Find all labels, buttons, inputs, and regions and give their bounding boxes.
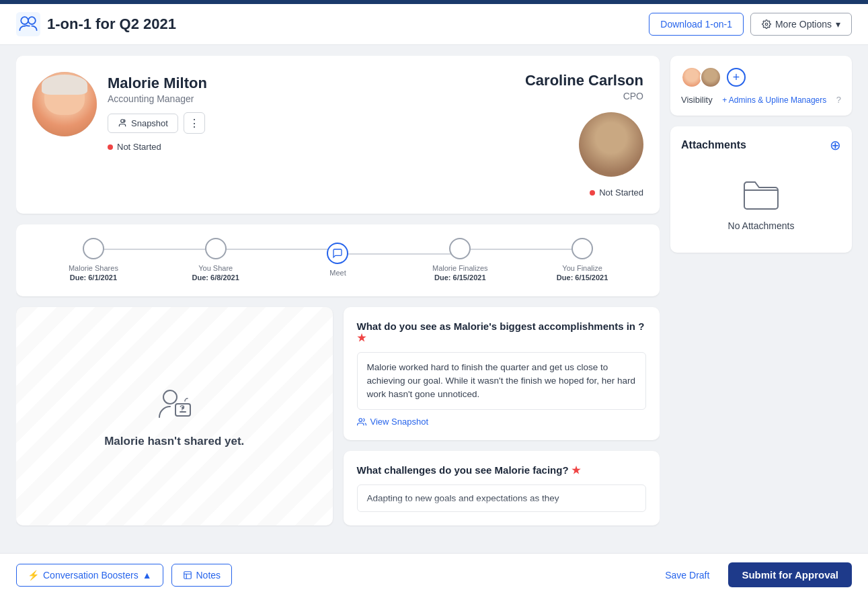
conversation-boosters-button[interactable]: ⚡ Conversation Boosters ▲ <box>16 564 163 587</box>
snapshot-link-icon <box>357 417 366 427</box>
profile-right: Caroline Carlson CPO Not Started <box>525 72 643 198</box>
header-left: 1-on-1 for Q2 2021 <box>16 12 176 36</box>
manager-name: Caroline Carlson <box>525 72 643 89</box>
chat-icon <box>332 248 343 259</box>
not-shared-text: Malorie hasn't shared yet. <box>104 435 244 448</box>
attachments-header: Attachments ⊕ <box>681 137 841 153</box>
timeline-step-2: You ShareDue: 6/8/2021 <box>155 238 277 283</box>
timeline-line-4 <box>460 249 582 250</box>
content-row: ? Malorie hasn't shared yet. What do you… <box>16 307 660 526</box>
not-shared-card: ? Malorie hasn't shared yet. <box>16 307 333 526</box>
timeline-label-5: You FinalizeDue: 6/15/2021 <box>557 263 608 283</box>
question-label-1: What do you see as Malorie's biggest acc… <box>357 321 647 344</box>
svg-rect-10 <box>184 571 191 579</box>
manager-role: CPO <box>525 91 643 101</box>
employee-status: Not Started <box>108 142 207 152</box>
manager-avatar <box>579 112 643 177</box>
bottom-bar: ⚡ Conversation Boosters ▲ Notes Save Dra… <box>0 553 868 596</box>
timeline-step-5: You FinalizeDue: 6/15/2021 <box>521 238 643 283</box>
snapshot-icon <box>118 118 127 128</box>
timeline-circle-4 <box>449 238 471 259</box>
timeline-step-3: Meet <box>277 243 399 278</box>
manager-status-text: Not Started <box>599 187 643 198</box>
employee-actions: Snapshot ⋮ <box>108 112 207 134</box>
visibility-card: + Visibility + Admins & Upline Managers … <box>670 56 852 116</box>
attachments-add-button[interactable]: ⊕ <box>830 137 841 153</box>
attachments-card: Attachments ⊕ No Attachments <box>670 126 852 253</box>
manager-status-dot <box>590 190 595 196</box>
timeline-label-4: Malorie FinalizesDue: 6/15/2021 <box>432 263 488 283</box>
conversation-boosters-label: Conversation Boosters <box>43 570 139 581</box>
timeline-step-4: Malorie FinalizesDue: 6/15/2021 <box>399 238 521 283</box>
add-visibility-button[interactable]: + <box>727 68 746 87</box>
visibility-avatar-2 <box>700 67 721 88</box>
bottom-left: ⚡ Conversation Boosters ▲ Notes <box>16 564 232 587</box>
timeline-line-2 <box>216 249 338 250</box>
timeline-line-3 <box>338 253 460 255</box>
left-panel: Malorie Milton Accounting Manager Snapsh… <box>16 56 660 527</box>
chevron-down-icon: ▾ <box>836 19 840 30</box>
timeline-circle-1 <box>83 238 104 259</box>
svg-point-4 <box>121 120 124 123</box>
timeline-line-1 <box>93 249 216 250</box>
bottom-right: Save Draft Submit for Approval <box>654 562 852 587</box>
employee-name: Malorie Milton <box>108 75 207 92</box>
svg-point-9 <box>358 419 362 422</box>
one-on-one-icon <box>16 12 40 36</box>
timeline-card: Malorie SharesDue: 6/1/2021 You ShareDue… <box>16 224 660 296</box>
view-snapshot-link[interactable]: View Snapshot <box>357 417 647 427</box>
timeline-label-1: Malorie SharesDue: 6/1/2021 <box>69 263 118 283</box>
timeline-step-1: Malorie SharesDue: 6/1/2021 <box>32 238 155 283</box>
header-actions: Download 1-on-1 More Options ▾ <box>649 13 852 36</box>
timeline-circle-3 <box>327 243 348 264</box>
employee-status-text: Not Started <box>117 142 161 152</box>
manager-status: Not Started <box>590 187 643 198</box>
employee-avatar <box>32 72 97 136</box>
required-star-2: ★ <box>571 464 580 476</box>
manager-info: Caroline Carlson CPO <box>525 72 643 110</box>
visibility-row: Visibility + Admins & Upline Managers ? <box>681 95 841 105</box>
timeline-circle-5 <box>571 238 593 259</box>
question-label-2: What challenges do you see Malorie facin… <box>357 464 647 476</box>
snapshot-button[interactable]: Snapshot <box>108 114 178 133</box>
save-draft-button[interactable]: Save Draft <box>654 564 720 586</box>
profile-left: Malorie Milton Accounting Manager Snapsh… <box>32 72 207 152</box>
not-shared-icon: ? <box>154 384 194 424</box>
employee-more-button[interactable]: ⋮ <box>184 112 205 134</box>
timeline-label-2: You ShareDue: 6/8/2021 <box>192 263 239 283</box>
more-options-label: More Options <box>775 19 832 30</box>
more-options-button[interactable]: More Options ▾ <box>750 13 852 36</box>
answer-text-1: Malorie worked hard to finish the quarte… <box>357 352 647 411</box>
notes-button[interactable]: Notes <box>171 564 233 587</box>
chevron-up-icon: ▲ <box>143 570 152 581</box>
visibility-avatars: + <box>681 67 841 88</box>
employee-info: Malorie Milton Accounting Manager Snapsh… <box>108 72 207 152</box>
gear-icon <box>762 19 771 29</box>
question-card-2: What challenges do you see Malorie facin… <box>344 451 660 525</box>
attachments-empty-text: No Attachments <box>728 220 795 231</box>
download-button[interactable]: Download 1-on-1 <box>649 13 744 36</box>
visibility-help-icon: ? <box>836 95 841 105</box>
required-star-1: ★ <box>357 332 366 343</box>
notes-label: Notes <box>196 570 221 581</box>
folder-icon <box>741 175 781 215</box>
view-snapshot-label: View Snapshot <box>370 417 429 427</box>
submit-button[interactable]: Submit for Approval <box>728 562 852 587</box>
page-title: 1-on-1 for Q2 2021 <box>47 15 176 33</box>
question-card-1: What do you see as Malorie's biggest acc… <box>344 307 660 441</box>
timeline-label-3: Meet <box>329 268 346 278</box>
attachments-title: Attachments <box>681 139 746 151</box>
svg-point-5 <box>163 390 177 404</box>
visibility-link[interactable]: + Admins & Upline Managers <box>722 95 826 105</box>
employee-status-dot <box>108 144 113 150</box>
attachments-empty: No Attachments <box>681 164 841 242</box>
svg-point-3 <box>765 23 768 26</box>
svg-text:?: ? <box>180 403 185 414</box>
employee-role: Accounting Manager <box>108 93 207 104</box>
notes-icon <box>183 570 192 580</box>
answer-partial-2: Adapting to new goals and expectations a… <box>357 484 647 512</box>
questions-col: What do you see as Malorie's biggest acc… <box>344 307 660 526</box>
timeline-circle-2 <box>205 238 227 259</box>
snapshot-label: Snapshot <box>131 118 168 128</box>
svg-rect-0 <box>16 12 40 36</box>
